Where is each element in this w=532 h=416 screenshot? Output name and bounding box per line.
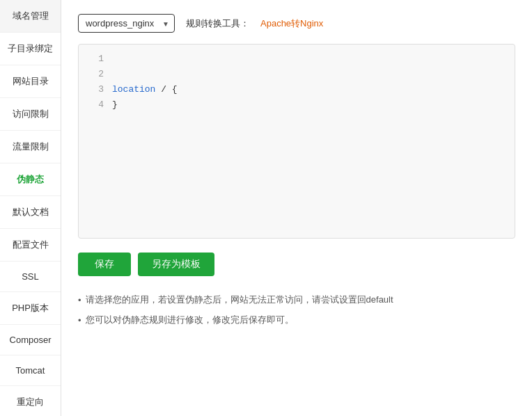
save-template-button[interactable]: 另存为模板 bbox=[138, 253, 214, 276]
line-number: 2 bbox=[87, 67, 104, 82]
template-select-wrapper: wordpress_nginxdefaulttypechodiscuz ▼ bbox=[78, 14, 175, 33]
sidebar-item-伪静态[interactable]: 伪静态 bbox=[0, 163, 61, 196]
note-bullet: • bbox=[78, 294, 81, 307]
line-number: 3 bbox=[87, 82, 104, 97]
note-text: 请选择您的应用，若设置伪静态后，网站无法正常访问，请尝试设置回default bbox=[86, 293, 393, 307]
notes-section: •请选择您的应用，若设置伪静态后，网站无法正常访问，请尝试设置回default•… bbox=[78, 293, 515, 333]
sidebar-item-配置文件[interactable]: 配置文件 bbox=[0, 229, 61, 262]
code-editor[interactable]: 123location / {4} bbox=[78, 44, 515, 239]
code-text: location / { bbox=[112, 82, 178, 97]
sidebar-item-SSL[interactable]: SSL bbox=[0, 262, 61, 292]
action-buttons: 保存 另存为模板 bbox=[78, 253, 515, 276]
main-content: wordpress_nginxdefaulttypechodiscuz ▼ 规则… bbox=[61, 0, 532, 416]
code-keyword: location bbox=[112, 84, 155, 95]
sidebar-item-流量限制[interactable]: 流量限制 bbox=[0, 131, 61, 163]
note-item: •您可以对伪静态规则进行修改，修改完后保存即可。 bbox=[78, 313, 515, 328]
code-text: } bbox=[112, 97, 118, 113]
code-line: 4} bbox=[79, 97, 515, 113]
note-text: 您可以对伪静态规则进行修改，修改完后保存即可。 bbox=[86, 313, 294, 327]
converter-label: 规则转换工具： bbox=[186, 17, 249, 30]
code-line: 2 bbox=[79, 67, 515, 82]
line-number: 1 bbox=[87, 51, 104, 67]
code-line: 3location / { bbox=[79, 82, 515, 97]
save-button[interactable]: 保存 bbox=[78, 253, 131, 276]
template-select[interactable]: wordpress_nginxdefaulttypechodiscuz bbox=[78, 14, 175, 33]
sidebar: 域名管理子目录绑定网站目录访问限制流量限制伪静态默认文档配置文件SSLPHP版本… bbox=[0, 0, 61, 416]
sidebar-item-PHP版本[interactable]: PHP版本 bbox=[0, 292, 61, 325]
sidebar-item-Tomcat[interactable]: Tomcat bbox=[0, 355, 61, 386]
sidebar-item-域名管理[interactable]: 域名管理 bbox=[0, 0, 61, 33]
converter-link[interactable]: Apache转Nginx bbox=[260, 17, 323, 30]
toolbar-row: wordpress_nginxdefaulttypechodiscuz ▼ 规则… bbox=[78, 14, 515, 33]
sidebar-item-Composer[interactable]: Composer bbox=[0, 325, 61, 355]
note-bullet: • bbox=[78, 314, 81, 328]
sidebar-item-重定向[interactable]: 重定向 bbox=[0, 386, 61, 416]
sidebar-item-默认文档[interactable]: 默认文档 bbox=[0, 196, 61, 229]
sidebar-item-子目录绑定[interactable]: 子目录绑定 bbox=[0, 33, 61, 65]
note-item: •请选择您的应用，若设置伪静态后，网站无法正常访问，请尝试设置回default bbox=[78, 293, 515, 307]
line-number: 4 bbox=[87, 97, 104, 113]
sidebar-item-网站目录[interactable]: 网站目录 bbox=[0, 65, 61, 98]
sidebar-item-访问限制[interactable]: 访问限制 bbox=[0, 98, 61, 131]
code-line: 1 bbox=[79, 51, 515, 67]
